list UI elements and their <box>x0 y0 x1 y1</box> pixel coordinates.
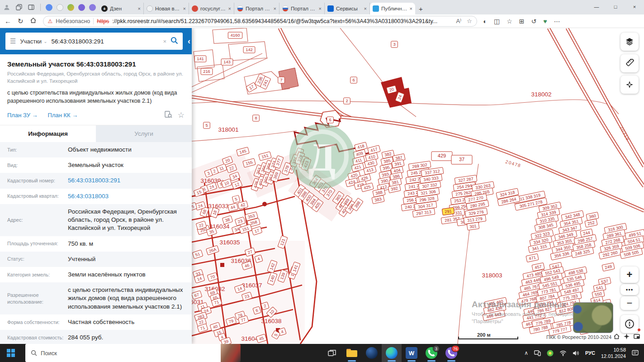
browser-tab[interactable]: Сервисы× <box>325 3 370 14</box>
history-icon[interactable]: ↺ <box>531 18 537 25</box>
clock[interactable]: 10:58 12.01.2024 <box>601 347 626 360</box>
parcel-label[interactable]: 360 <box>586 212 599 220</box>
selected-parcel-label[interactable]: 291 <box>442 207 454 215</box>
tab-actions-icon[interactable] <box>15 3 23 11</box>
parcel-label[interactable]: 7 <box>278 77 285 83</box>
quarter-label[interactable]: 318003 <box>482 272 502 279</box>
fullscreen-map-icon[interactable] <box>634 333 640 341</box>
taskbar-search[interactable]: Поиск <box>25 344 221 362</box>
parcel-label[interactable]: 44 <box>227 203 238 212</box>
parcel-label[interactable]: 141 <box>194 56 206 62</box>
browser-tab[interactable]: +Дзен× <box>99 3 144 14</box>
locate-map-icon[interactable] <box>624 333 630 341</box>
language-indicator[interactable]: РУС <box>585 350 595 356</box>
home-button[interactable] <box>30 17 37 25</box>
parcel-label[interactable]: 151 <box>259 152 272 161</box>
wifi-icon[interactable] <box>559 350 567 356</box>
quarter-label[interactable]: 318001 <box>218 126 238 133</box>
edge-browser-icon[interactable] <box>382 344 402 362</box>
plan-kk-link[interactable]: План КК → <box>48 112 78 119</box>
parcel-label[interactable]: 17 <box>251 226 262 235</box>
parcel-label[interactable]: 151 <box>239 224 252 233</box>
security-warning-icon[interactable]: ⚠ <box>48 18 53 24</box>
favorites-icon[interactable]: ☆ <box>507 18 512 25</box>
measure-button[interactable] <box>620 54 639 72</box>
parcel-label[interactable]: 8 <box>253 115 260 121</box>
split-screen-icon[interactable]: ◫ <box>494 18 500 25</box>
quarter-label[interactable]: 316038 <box>261 318 281 324</box>
quarter-label[interactable]: 316037 <box>242 282 262 289</box>
marker-button[interactable] <box>620 76 639 94</box>
parcel-label[interactable]: 4160 <box>228 32 242 38</box>
collections-icon[interactable]: ⊞ <box>519 18 525 25</box>
doc-search-icon[interactable] <box>165 111 172 120</box>
address-bar[interactable]: ⚠ Небезопасно https ://pkk.rosreestr.ru/… <box>43 16 477 27</box>
new-tab-button[interactable]: + <box>419 5 423 13</box>
quarter-label[interactable]: 316033 <box>208 203 228 210</box>
favorite-star-icon[interactable]: ☆ <box>178 110 185 120</box>
search-box[interactable]: ☰ Участки ⌄ × <box>5 33 183 50</box>
zoom-out-button[interactable]: − <box>620 296 639 310</box>
task-view-button[interactable] <box>322 344 342 362</box>
tab-close-icon[interactable]: × <box>138 6 141 11</box>
parcel-label[interactable]: 38 <box>222 215 233 224</box>
tray-device-icon[interactable] <box>534 350 541 356</box>
parcel-label[interactable]: 6 <box>327 117 334 123</box>
tray-antivirus-icon[interactable] <box>547 350 554 357</box>
tab-close-icon[interactable]: × <box>319 6 322 11</box>
settings-more-icon[interactable]: ⋯ <box>554 18 560 25</box>
browser-tab[interactable]: Портал госуд× <box>279 3 325 14</box>
parcel-label[interactable]: 143 <box>221 59 233 65</box>
search-category-select[interactable]: Участки ⌄ <box>20 38 47 45</box>
volume-icon[interactable] <box>573 350 579 356</box>
quarter-label[interactable]: 318002 <box>531 91 551 98</box>
extension-icon[interactable] <box>89 4 96 11</box>
tab-information[interactable]: Информация <box>0 125 96 142</box>
browser-essentials-icon[interactable]: ♥ <box>543 18 547 25</box>
extension-icon[interactable] <box>78 4 85 11</box>
back-button[interactable]: ← <box>5 17 11 25</box>
parcel-label[interactable]: 145 <box>237 147 250 156</box>
home-map-icon[interactable] <box>614 333 620 341</box>
favorite-star-icon[interactable]: ☆ <box>467 18 472 24</box>
tab-close-icon[interactable]: × <box>183 6 186 11</box>
zoom-in-button[interactable]: + <box>620 267 639 283</box>
tab-close-icon[interactable]: × <box>410 6 412 11</box>
tab-close-icon[interactable]: × <box>364 6 367 11</box>
clear-search-icon[interactable]: × <box>163 38 166 45</box>
sidebar-icon[interactable] <box>27 3 35 11</box>
parcel-label[interactable]: 252 <box>585 219 597 227</box>
search-icon[interactable] <box>170 37 178 46</box>
maximize-button[interactable]: □ <box>606 0 625 14</box>
extension-icon[interactable] <box>57 4 63 11</box>
search-input[interactable] <box>52 38 159 45</box>
zoom-more-button[interactable]: ••• <box>620 284 639 295</box>
word-icon[interactable]: W <box>402 344 421 362</box>
menu-icon[interactable]: ☰ <box>10 37 16 45</box>
copilot-icon[interactable]: ◐ <box>483 18 487 25</box>
browser-tab[interactable]: Публичная ка× <box>370 3 415 14</box>
parcel-label[interactable]: 42 <box>237 201 248 210</box>
parcel-label[interactable]: 418 <box>355 142 368 151</box>
parcel-label[interactable]: 5 <box>232 195 240 203</box>
parcel-label[interactable]: 2 <box>344 98 350 104</box>
file-explorer-icon[interactable] <box>342 344 362 362</box>
edge-dev-icon[interactable] <box>362 344 382 362</box>
parcel-label[interactable]: 216 <box>201 68 213 75</box>
minimize-button[interactable]: — <box>587 0 606 14</box>
parcel-label[interactable]: 142 <box>243 47 255 53</box>
browser-tab[interactable]: Новая вкладк× <box>144 3 189 14</box>
read-aloud-icon[interactable]: A) <box>456 18 461 24</box>
layers-button[interactable] <box>620 33 639 51</box>
quarter-label[interactable]: 316035 <box>219 239 240 246</box>
parcel-label[interactable]: 429 <box>431 152 452 161</box>
viber-icon[interactable]: 76 <box>441 344 461 362</box>
parcel-label[interactable]: 6 <box>350 77 357 83</box>
my-location-button[interactable] <box>620 315 639 333</box>
parcel-label[interactable]: 23 <box>235 217 246 226</box>
search-highlight-image[interactable] <box>221 344 241 362</box>
profile-icon[interactable] <box>3 3 11 11</box>
tray-chevron-icon[interactable]: ∧ <box>524 350 528 356</box>
extension-icon[interactable] <box>67 4 74 11</box>
browser-tab[interactable]: Портал госуд× <box>234 3 279 14</box>
